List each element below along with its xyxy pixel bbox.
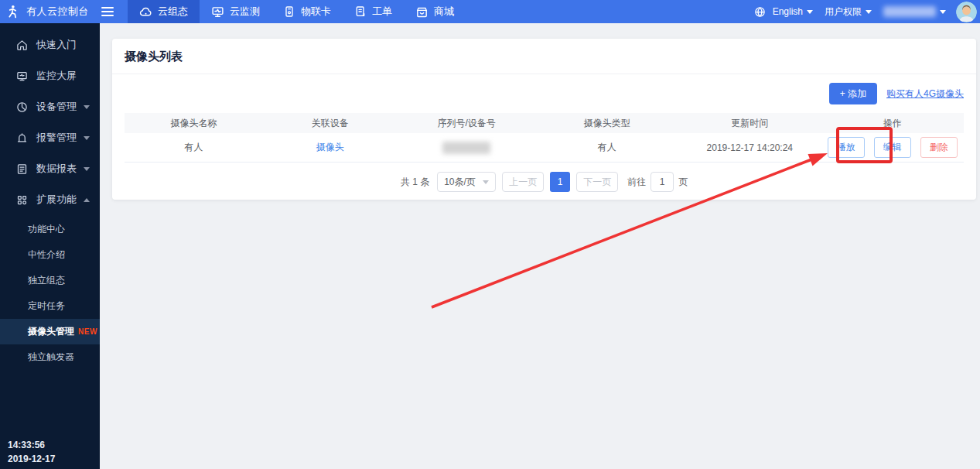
pagination-total: 共 1 条 <box>401 176 429 189</box>
apps-icon <box>16 194 28 206</box>
table-header-row: 摄像头名称 关联设备 序列号/设备号 摄像头类型 更新时间 操作 <box>125 113 964 133</box>
sidebar-clock: 14:33:56 2019-12-17 <box>8 438 55 466</box>
play-button[interactable]: 播放 <box>828 137 865 158</box>
account-menu[interactable] <box>883 6 946 17</box>
report-icon <box>16 163 28 175</box>
topnav-label: 商城 <box>434 5 454 19</box>
cell-serial <box>398 142 536 154</box>
topnav-item-work-order[interactable]: 工单 <box>343 0 404 23</box>
column-header-linked-device: 关联设备 <box>263 117 398 130</box>
sidebar-item-monitor-screen[interactable]: 监控大屏 <box>0 60 100 91</box>
sidebar-item-label: 设备管理 <box>36 100 77 114</box>
topnav-item-mall[interactable]: 商城 <box>404 0 466 23</box>
page-title: 摄像头列表 <box>112 39 976 74</box>
chevron-down-icon <box>483 180 489 184</box>
edit-button[interactable]: 编辑 <box>874 137 911 158</box>
column-header-update-time: 更新时间 <box>678 117 821 130</box>
cell-linked-device: 摄像头 <box>263 141 398 154</box>
page-size-select[interactable]: 10条/页 <box>437 172 496 192</box>
cell-actions: 播放 编辑 删除 <box>821 137 964 158</box>
sidebar-item-label: 扩展功能 <box>36 193 77 207</box>
submenu-label: 摄像头管理 <box>28 325 74 338</box>
goto-suffix: 页 <box>678 176 688 189</box>
avatar[interactable] <box>956 2 977 22</box>
menu-collapse-icon[interactable] <box>101 6 114 17</box>
sidebar-item-device-management[interactable]: 设备管理 <box>0 91 100 122</box>
brand-logo-icon <box>5 4 20 19</box>
column-header-serial: 序列号/设备号 <box>398 117 536 130</box>
topnav-label: 云组态 <box>158 5 188 19</box>
topnav-item-iot-card[interactable]: 物联卡 <box>271 0 343 23</box>
topnav-label: 云监测 <box>230 5 260 19</box>
user-permission-menu[interactable]: 用户权限 <box>825 5 872 19</box>
goto-page-input[interactable] <box>650 172 674 192</box>
brand-title: 有人云控制台 <box>26 5 89 19</box>
big-screen-icon <box>16 70 28 82</box>
submenu-label: 功能中心 <box>28 223 65 236</box>
linked-device-link[interactable]: 摄像头 <box>316 141 344 154</box>
iot-card-icon <box>283 5 295 18</box>
submenu-item-independent-scada[interactable]: 独立组态 <box>0 268 100 293</box>
submenu-label: 独立触发器 <box>28 351 74 364</box>
alarm-icon <box>16 132 28 144</box>
redacted-username <box>883 6 936 17</box>
main-content: 摄像头列表 + 添加 购买有人4G摄像头 摄像头名称 关联设备 序列号/设备号 … <box>100 23 980 469</box>
column-header-actions: 操作 <box>821 117 964 130</box>
submenu-item-neutral-intro[interactable]: 中性介绍 <box>0 242 100 268</box>
chevron-down-icon <box>940 10 946 14</box>
user-permission-label: 用户权限 <box>825 5 862 19</box>
language-selector[interactable]: English <box>773 6 813 17</box>
sidebar-item-quick-start[interactable]: 快速入门 <box>0 29 100 60</box>
sidebar-item-label: 报警管理 <box>36 131 77 145</box>
cell-camera-name: 有人 <box>125 141 263 154</box>
language-label: English <box>773 6 803 17</box>
chevron-down-icon <box>84 167 90 171</box>
submenu-label: 定时任务 <box>28 300 65 313</box>
column-header-camera-type: 摄像头类型 <box>536 117 678 130</box>
clock-date: 2019-12-17 <box>8 452 55 466</box>
submenu-item-scheduled-tasks[interactable]: 定时任务 <box>0 293 100 319</box>
clock-time: 14:33:56 <box>8 438 55 452</box>
chevron-up-icon <box>84 198 90 202</box>
camera-table: 摄像头名称 关联设备 序列号/设备号 摄像头类型 更新时间 操作 有人 摄像头 … <box>125 113 964 163</box>
goto-prefix: 前往 <box>627 176 646 189</box>
sidebar-item-label: 监控大屏 <box>36 69 77 83</box>
topnav-item-cloud-monitor[interactable]: 云监测 <box>200 0 271 23</box>
buy-4g-camera-link[interactable]: 购买有人4G摄像头 <box>886 87 964 101</box>
submenu-item-independent-trigger[interactable]: 独立触发器 <box>0 344 100 370</box>
chevron-down-icon <box>866 10 872 14</box>
goto-page: 前往 页 <box>627 172 688 192</box>
mall-icon <box>415 5 429 19</box>
delete-button[interactable]: 删除 <box>920 137 958 158</box>
sidebar-item-data-report[interactable]: 数据报表 <box>0 153 100 184</box>
column-header-camera-name: 摄像头名称 <box>125 117 263 130</box>
prev-page-button[interactable]: 上一页 <box>502 172 544 192</box>
page-number-1[interactable]: 1 <box>550 172 570 192</box>
chevron-down-icon <box>84 136 90 140</box>
next-page-button[interactable]: 下一页 <box>576 172 618 192</box>
cloud-icon <box>139 5 152 19</box>
topnav-label: 工单 <box>372 5 392 19</box>
extended-functions-submenu: 功能中心 中性介绍 独立组态 定时任务 摄像头管理 NEW 独立触发器 <box>0 217 100 370</box>
topnav-label: 物联卡 <box>301 5 331 19</box>
add-camera-button[interactable]: + 添加 <box>829 83 877 104</box>
topbar-right: English 用户权限 <box>754 2 980 22</box>
submenu-label: 中性介绍 <box>28 248 65 262</box>
submenu-item-camera-management[interactable]: 摄像头管理 NEW <box>0 319 100 344</box>
cell-camera-type: 有人 <box>536 141 678 154</box>
cell-update-time: 2019-12-17 14:20:24 <box>678 142 821 153</box>
home-icon <box>16 39 28 51</box>
device-icon <box>16 101 28 113</box>
page-size-value: 10条/页 <box>444 176 476 189</box>
topnav-item-cloud-scada[interactable]: 云组态 <box>128 0 200 23</box>
monitor-icon <box>211 5 224 19</box>
chevron-down-icon <box>807 10 813 14</box>
top-navigation-bar: 有人云控制台 云组态 云监测 <box>0 0 980 23</box>
submenu-label: 独立组态 <box>28 274 65 287</box>
redacted-serial-number <box>442 142 490 154</box>
table-row: 有人 摄像头 有人 2019-12-17 14:20:24 播放 编辑 删除 <box>125 133 964 163</box>
submenu-item-function-center[interactable]: 功能中心 <box>0 217 100 242</box>
sidebar-item-alarm-management[interactable]: 报警管理 <box>0 122 100 153</box>
sidebar-item-extended-functions[interactable]: 扩展功能 <box>0 184 100 215</box>
camera-list-card: 摄像头列表 + 添加 购买有人4G摄像头 摄像头名称 关联设备 序列号/设备号 … <box>112 39 976 200</box>
